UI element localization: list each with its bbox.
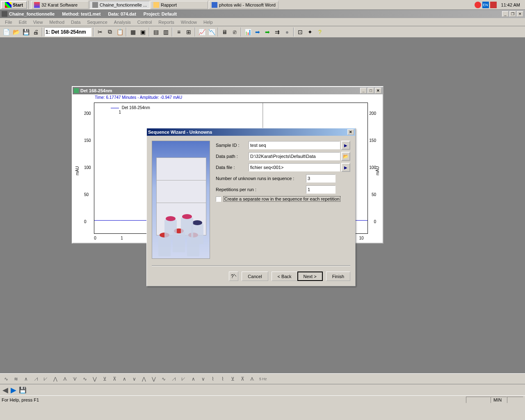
wave-tool-18[interactable]: ⩘ — [169, 374, 178, 383]
menu-reports[interactable]: Reports — [155, 19, 178, 25]
table-icon[interactable]: ⊞ — [184, 27, 193, 37]
cut-icon[interactable]: ✂ — [96, 27, 105, 37]
wave-tool-19[interactable]: ⩗ — [179, 374, 188, 383]
data-file-input[interactable] — [249, 163, 340, 171]
save-disk-icon[interactable]: 💾 — [19, 386, 27, 394]
toolbar-separator — [293, 27, 294, 37]
wave-tool-3[interactable]: ∧ — [21, 374, 30, 383]
wave-tool-13[interactable]: ∧ — [120, 374, 129, 383]
wave-tool-16[interactable]: ⋁ — [149, 374, 158, 383]
save-icon[interactable]: 💾 — [21, 27, 30, 37]
play-right-icon[interactable]: ▶ — [11, 386, 16, 395]
wave-tool-7[interactable]: ⩚ — [61, 374, 70, 383]
taskbar-item-word[interactable]: photos wiki - Microsoft Word — [209, 1, 278, 9]
separate-row-checkbox[interactable] — [216, 196, 221, 202]
cancel-button[interactable]: Cancel — [242, 272, 268, 281]
wave-tool-12[interactable]: ⊼ — [110, 374, 119, 383]
child-titlebar[interactable]: Det 168-254nm _ □ ✕ — [73, 87, 383, 94]
histogram-icon[interactable]: 📊 — [243, 27, 252, 37]
context-help-icon[interactable]: ? — [229, 272, 238, 281]
wave-tool-9[interactable]: ∿ — [80, 374, 89, 383]
grid1-icon[interactable]: ▤ — [151, 27, 160, 37]
monitor-icon[interactable]: 🖥 — [220, 27, 229, 37]
cascade-icon[interactable]: ▣ — [138, 27, 147, 37]
menu-sequence[interactable]: Sequence — [84, 19, 111, 25]
finish-button[interactable]: Finish — [326, 272, 350, 281]
wave-tool-24[interactable]: ⊻ — [228, 374, 237, 383]
child-minimize-button[interactable]: _ — [360, 88, 367, 94]
open-icon[interactable]: 📂 — [11, 27, 21, 37]
wave-tool-5[interactable]: ⩗ — [41, 374, 50, 383]
minimize-button[interactable]: _ — [502, 11, 509, 17]
data-file-arrow-button[interactable]: ▶ — [341, 163, 350, 172]
list-icon[interactable]: ≡ — [174, 27, 183, 37]
wave-tool-26[interactable]: ⩚ — [248, 374, 257, 383]
start-button[interactable]: Start — [1, 1, 27, 9]
menu-analysis[interactable]: Analysis — [111, 19, 134, 25]
back-button[interactable]: < Back — [272, 272, 297, 281]
menu-method[interactable]: Method — [46, 19, 68, 25]
language-indicator[interactable]: EN — [482, 2, 489, 8]
wave-tool-2[interactable]: ≋ — [11, 374, 21, 383]
wave-tool-15[interactable]: ⋀ — [139, 374, 148, 383]
wave-tool-20[interactable]: ∧ — [189, 374, 198, 383]
taskbar-item-32karat[interactable]: 32 Karat Software — [31, 1, 89, 9]
device-icon[interactable]: ⎚ — [230, 27, 239, 37]
menu-window[interactable]: Window — [178, 19, 200, 25]
tool1-icon[interactable]: ⊡ — [296, 27, 305, 37]
wave-tool-6[interactable]: ⋀ — [51, 374, 60, 383]
child-maximize-button[interactable]: □ — [368, 88, 374, 94]
clock[interactable]: 11:42 AM — [498, 2, 523, 7]
play-left-icon[interactable]: ◀ — [2, 386, 8, 395]
new-icon[interactable]: 📄 — [2, 27, 11, 37]
menu-control[interactable]: Control — [134, 19, 155, 25]
wave-tool-21[interactable]: ∨ — [199, 374, 208, 383]
arrow-right-green-icon[interactable]: ➡ — [263, 27, 272, 37]
child-close-button[interactable]: ✕ — [375, 88, 381, 94]
paste-icon[interactable]: 📋 — [115, 27, 124, 37]
menu-data[interactable]: Data — [68, 19, 84, 25]
wave-tool-17[interactable]: ∿ — [159, 374, 168, 383]
sample-id-arrow-button[interactable]: ▶ — [341, 141, 350, 150]
arrow-right-blue-icon[interactable]: ➡ — [253, 27, 262, 37]
restore-button[interactable]: ❐ — [509, 11, 516, 17]
taskbar-item-chaine[interactable]: Chaine_fonctionnelle ... — [89, 1, 150, 9]
wave-tool-10[interactable]: ⋁ — [90, 374, 99, 383]
taskbar-item-rapport[interactable]: Rapport — [151, 1, 208, 9]
next-button[interactable]: Next > — [297, 272, 323, 281]
data-path-input[interactable] — [249, 152, 340, 160]
menu-help[interactable]: Help — [200, 19, 216, 25]
sample-id-input[interactable] — [249, 141, 340, 149]
tool2-icon[interactable]: ✦ — [306, 27, 315, 37]
wave-tool-1[interactable]: ∿ — [2, 374, 11, 383]
wave-tool-14[interactable]: ∨ — [130, 374, 139, 383]
menu-file[interactable]: File — [2, 19, 16, 25]
grid2-icon[interactable]: ▥ — [161, 27, 170, 37]
copy-icon[interactable]: ⧉ — [105, 27, 114, 37]
wave-tool-23[interactable]: ⌇ — [218, 374, 227, 383]
wave-tool-22[interactable]: ⌇ — [208, 374, 217, 383]
chart1-icon[interactable]: 📈 — [197, 27, 206, 37]
menu-edit[interactable]: Edit — [16, 19, 30, 25]
flow-icon[interactable]: ⇉ — [273, 27, 282, 37]
dialog-close-button[interactable]: ✕ — [347, 129, 354, 135]
record-icon[interactable]: ● — [283, 27, 292, 37]
reps-input[interactable] — [306, 185, 336, 194]
num-runs-input[interactable] — [306, 174, 336, 183]
help-icon[interactable]: ? — [315, 27, 324, 37]
channel-combo[interactable] — [44, 27, 91, 37]
chart2-icon[interactable]: 📉 — [207, 27, 216, 37]
print-icon[interactable]: 🖨 — [31, 27, 40, 37]
dialog-titlebar[interactable]: Sequence Wizard - Unknowns ✕ — [147, 128, 355, 136]
wave-tool-25[interactable]: ⊼ — [238, 374, 247, 383]
wave-tool-11[interactable]: ⊻ — [100, 374, 109, 383]
tray-icon-3[interactable] — [490, 2, 497, 8]
close-button[interactable]: ✕ — [517, 11, 523, 17]
wave-tool-4[interactable]: ⩘ — [31, 374, 40, 383]
toolbar-separator — [42, 27, 43, 37]
tile-icon[interactable]: ▦ — [128, 27, 137, 37]
tray-icon-1[interactable] — [475, 2, 481, 8]
browse-folder-icon[interactable]: 📂 — [341, 152, 350, 161]
wave-tool-8[interactable]: ⩛ — [71, 374, 80, 383]
menu-view[interactable]: View — [30, 19, 46, 25]
